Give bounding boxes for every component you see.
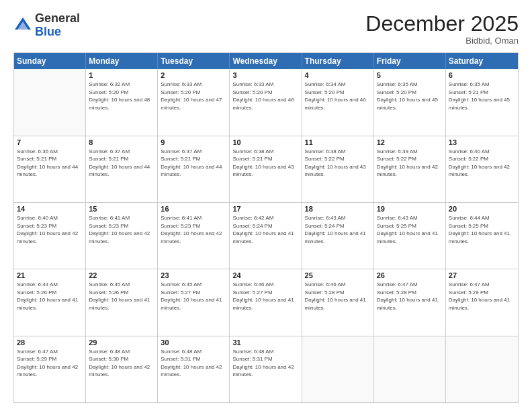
calendar-cell: 5Sunrise: 6:35 AM Sunset: 5:20 PM Daylig… [374,69,446,135]
sun-info: Sunrise: 6:47 AM Sunset: 5:29 PM Dayligh… [17,348,83,379]
day-number: 11 [305,138,371,146]
calendar-week-row: 7Sunrise: 6:36 AM Sunset: 5:21 PM Daylig… [14,136,518,203]
sun-info: Sunrise: 6:32 AM Sunset: 5:20 PM Dayligh… [89,81,154,111]
calendar-week-row: 1Sunrise: 6:32 AM Sunset: 5:20 PM Daylig… [14,69,518,136]
day-number: 4 [305,71,371,79]
sun-info: Sunrise: 6:45 AM Sunset: 5:26 PM Dayligh… [89,281,154,312]
calendar-cell: 19Sunrise: 6:43 AM Sunset: 5:25 PM Dayli… [374,203,446,269]
day-number: 8 [89,138,154,146]
sun-info: Sunrise: 6:36 AM Sunset: 5:21 PM Dayligh… [17,148,83,179]
day-number: 10 [232,138,298,146]
sun-info: Sunrise: 6:42 AM Sunset: 5:24 PM Dayligh… [232,214,298,245]
day-number: 14 [17,205,83,213]
title-block: December 2025 Bidbid, Oman [365,12,519,46]
calendar-cell: 6Sunrise: 6:35 AM Sunset: 5:21 PM Daylig… [446,69,518,135]
calendar-cell: 11Sunrise: 6:38 AM Sunset: 5:22 PM Dayli… [302,136,374,202]
calendar-cell: 3Sunrise: 6:33 AM Sunset: 5:20 PM Daylig… [230,69,302,135]
sun-info: Sunrise: 6:47 AM Sunset: 5:29 PM Dayligh… [449,281,515,312]
calendar-cell: 23Sunrise: 6:45 AM Sunset: 5:27 PM Dayli… [158,269,230,335]
day-number: 15 [89,205,154,213]
day-number: 2 [161,71,226,79]
weekday-header: Wednesday [230,53,302,69]
calendar-week-row: 14Sunrise: 6:40 AM Sunset: 5:23 PM Dayli… [14,203,518,269]
day-number: 28 [17,338,83,347]
day-number: 22 [89,271,154,279]
calendar-week-row: 28Sunrise: 6:47 AM Sunset: 5:29 PM Dayli… [14,336,518,402]
calendar-cell: 9Sunrise: 6:37 AM Sunset: 5:21 PM Daylig… [158,136,230,202]
sun-info: Sunrise: 6:40 AM Sunset: 5:23 PM Dayligh… [17,214,83,245]
calendar-cell: 25Sunrise: 6:46 AM Sunset: 5:28 PM Dayli… [302,269,374,335]
day-number: 6 [449,71,515,79]
day-number: 5 [377,71,443,79]
sun-info: Sunrise: 6:33 AM Sunset: 5:20 PM Dayligh… [161,81,226,111]
calendar-cell [374,336,446,402]
calendar-cell: 20Sunrise: 6:44 AM Sunset: 5:25 PM Dayli… [446,203,518,269]
logo-general: General [35,12,80,26]
calendar-cell: 7Sunrise: 6:36 AM Sunset: 5:21 PM Daylig… [14,136,86,202]
calendar-week-row: 21Sunrise: 6:44 AM Sunset: 5:26 PM Dayli… [14,269,518,336]
sun-info: Sunrise: 6:41 AM Sunset: 5:23 PM Dayligh… [89,214,154,245]
day-number: 29 [89,338,154,347]
day-number: 13 [449,138,515,146]
month-title: December 2025 [365,12,519,36]
sun-info: Sunrise: 6:39 AM Sunset: 5:22 PM Dayligh… [377,148,443,179]
day-number: 3 [232,71,298,79]
calendar-cell: 21Sunrise: 6:44 AM Sunset: 5:26 PM Dayli… [14,269,86,335]
calendar-cell: 2Sunrise: 6:33 AM Sunset: 5:20 PM Daylig… [158,69,230,135]
calendar-cell: 18Sunrise: 6:43 AM Sunset: 5:24 PM Dayli… [302,203,374,269]
day-number: 16 [161,205,226,213]
sun-info: Sunrise: 6:48 AM Sunset: 5:31 PM Dayligh… [161,348,226,379]
sun-info: Sunrise: 6:37 AM Sunset: 5:21 PM Dayligh… [161,148,226,179]
day-number: 25 [305,271,371,279]
weekday-header: Monday [86,53,158,69]
sun-info: Sunrise: 6:34 AM Sunset: 5:20 PM Dayligh… [305,81,371,111]
weekday-header: Sunday [14,53,86,69]
day-number: 19 [377,205,443,213]
sun-info: Sunrise: 6:43 AM Sunset: 5:24 PM Dayligh… [305,214,371,245]
calendar-cell: 13Sunrise: 6:40 AM Sunset: 5:22 PM Dayli… [446,136,518,202]
day-number: 30 [161,338,226,347]
sun-info: Sunrise: 6:45 AM Sunset: 5:27 PM Dayligh… [161,281,226,312]
calendar-cell: 27Sunrise: 6:47 AM Sunset: 5:29 PM Dayli… [446,269,518,335]
header: General Blue December 2025 Bidbid, Oman [13,12,519,46]
sun-info: Sunrise: 6:48 AM Sunset: 5:30 PM Dayligh… [89,348,154,379]
sun-info: Sunrise: 6:46 AM Sunset: 5:27 PM Dayligh… [232,281,298,312]
day-number: 23 [161,271,226,279]
sun-info: Sunrise: 6:40 AM Sunset: 5:22 PM Dayligh… [449,148,515,179]
day-number: 12 [377,138,443,146]
logo-text: General Blue [35,12,80,39]
day-number: 18 [305,205,371,213]
calendar-header: SundayMondayTuesdayWednesdayThursdayFrid… [14,53,518,69]
calendar: SundayMondayTuesdayWednesdayThursdayFrid… [13,52,519,403]
calendar-cell [446,336,518,402]
weekday-header: Saturday [446,53,518,69]
calendar-cell: 14Sunrise: 6:40 AM Sunset: 5:23 PM Dayli… [14,203,86,269]
weekday-header: Tuesday [158,53,230,69]
day-number: 9 [161,138,226,146]
calendar-cell: 8Sunrise: 6:37 AM Sunset: 5:21 PM Daylig… [86,136,158,202]
calendar-cell: 4Sunrise: 6:34 AM Sunset: 5:20 PM Daylig… [302,69,374,135]
sun-info: Sunrise: 6:37 AM Sunset: 5:21 PM Dayligh… [89,148,154,179]
calendar-cell: 22Sunrise: 6:45 AM Sunset: 5:26 PM Dayli… [86,269,158,335]
sun-info: Sunrise: 6:33 AM Sunset: 5:20 PM Dayligh… [232,81,298,111]
day-number: 31 [232,338,298,347]
sun-info: Sunrise: 6:47 AM Sunset: 5:28 PM Dayligh… [377,281,443,312]
day-number: 1 [89,71,154,79]
calendar-cell: 17Sunrise: 6:42 AM Sunset: 5:24 PM Dayli… [230,203,302,269]
sun-info: Sunrise: 6:46 AM Sunset: 5:28 PM Dayligh… [305,281,371,312]
calendar-cell: 31Sunrise: 6:48 AM Sunset: 5:31 PM Dayli… [230,336,302,402]
day-number: 27 [449,271,515,279]
calendar-cell: 1Sunrise: 6:32 AM Sunset: 5:20 PM Daylig… [86,69,158,135]
weekday-header: Friday [374,53,446,69]
calendar-body: 1Sunrise: 6:32 AM Sunset: 5:20 PM Daylig… [14,69,518,402]
logo-blue: Blue [35,26,80,39]
sun-info: Sunrise: 6:35 AM Sunset: 5:21 PM Dayligh… [449,81,515,111]
day-number: 7 [17,138,83,146]
sun-info: Sunrise: 6:44 AM Sunset: 5:26 PM Dayligh… [17,281,83,312]
sun-info: Sunrise: 6:38 AM Sunset: 5:21 PM Dayligh… [232,148,298,179]
day-number: 17 [232,205,298,213]
weekday-header: Thursday [302,53,374,69]
calendar-cell: 10Sunrise: 6:38 AM Sunset: 5:21 PM Dayli… [230,136,302,202]
calendar-cell: 15Sunrise: 6:41 AM Sunset: 5:23 PM Dayli… [86,203,158,269]
calendar-cell: 29Sunrise: 6:48 AM Sunset: 5:30 PM Dayli… [86,336,158,402]
